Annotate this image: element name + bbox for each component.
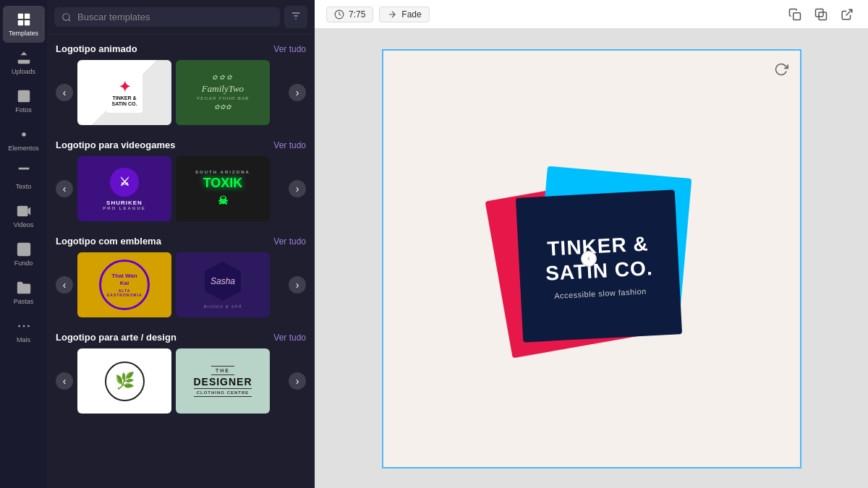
search-input-wrapper[interactable]	[54, 7, 280, 27]
folder-icon	[16, 280, 32, 296]
refresh-button[interactable]	[771, 59, 791, 82]
svg-rect-1	[24, 14, 29, 19]
section-title-emblema: Logotipo com emblema	[56, 236, 161, 247]
duplicate-icon	[814, 8, 827, 21]
template-circle-leaf[interactable]: 🌿	[77, 348, 171, 414]
section-header-emblema: Logotipo com emblema Ver tudo	[56, 236, 306, 247]
canvas-wrapper: TINKER & SATIN CO. Accessible slow fashi…	[315, 29, 868, 488]
main-area: 7:75 Fade	[315, 0, 868, 488]
sidebar-label-fotos: Fotos	[15, 106, 32, 114]
background-icon	[16, 241, 32, 257]
sidebar-label-elementos: Elementos	[8, 145, 39, 152]
sidebar-item-elementos[interactable]: Elementos	[3, 121, 45, 158]
text-icon	[16, 165, 32, 181]
prev-animated[interactable]: ‹	[56, 84, 73, 101]
sidebar-label-videos: Videos	[14, 221, 33, 228]
svg-rect-8	[17, 243, 30, 256]
logo-line1: TINKER &	[546, 232, 649, 260]
template-grid-emblema: ‹ Thai WanKai ALTA GASTRONOMIA Sasha BIJ…	[56, 252, 306, 317]
refresh-icon	[774, 62, 788, 77]
sidebar-label-texto: Texto	[16, 183, 32, 190]
templates-scroll[interactable]: Logotipo animado Ver tudo ‹ ✦ TINKER &SA…	[47, 35, 315, 488]
section-title-arte: Logotipo para arte / design	[56, 332, 176, 343]
toolbar-right	[786, 5, 856, 24]
share-button[interactable]	[838, 5, 856, 24]
svg-point-6	[22, 132, 26, 137]
template-shuriken[interactable]: ⚔ SHURIKEN PRO LEAGUE	[77, 156, 171, 221]
sidebar-label-pastas: Pastas	[14, 298, 34, 305]
prev-emblema[interactable]: ‹	[56, 276, 73, 294]
sidebar-label-uploads: Uploads	[12, 68, 35, 75]
photo-icon	[16, 88, 32, 104]
video-icon	[16, 203, 32, 219]
next-videogames[interactable]: ›	[289, 180, 306, 197]
search-input[interactable]	[77, 12, 273, 22]
sidebar-item-fundo[interactable]: Fundo	[3, 236, 45, 273]
grid-icon	[16, 12, 32, 27]
upload-icon	[16, 50, 32, 66]
filter-button[interactable]	[284, 6, 307, 28]
template-grid-animated: ‹ ✦ TINKER &SATIN CO. ✿✿✿ FamilyTwo VEGA…	[56, 60, 306, 125]
sidebar-item-fotos[interactable]: Fotos	[3, 82, 45, 119]
ver-tudo-videogames[interactable]: Ver tudo	[273, 140, 306, 150]
ver-tudo-arte[interactable]: Ver tudo	[273, 333, 306, 343]
ver-tudo-animated[interactable]: Ver tudo	[273, 44, 306, 54]
search-bar	[47, 0, 315, 35]
template-thai-wan-kai[interactable]: Thai WanKai ALTA GASTRONOMIA	[77, 252, 171, 317]
template-toxik[interactable]: SOUTH ARIZONA TOXIK ☠	[176, 156, 270, 221]
template-sasha[interactable]: Sasha BIJOUX & SPÃ	[176, 252, 270, 317]
sidebar-item-videos[interactable]: Videos	[3, 197, 45, 234]
section-header-arte: Logotipo para arte / design Ver tudo	[56, 332, 306, 343]
elements-icon	[16, 127, 32, 142]
sidebar-item-mais[interactable]: Mais	[3, 312, 45, 349]
template-the-designer[interactable]: THE DESIGNER CLOTHING CENTRE	[176, 348, 270, 414]
duplicate-button[interactable]	[812, 5, 830, 24]
top-nav: 7:75 Fade	[315, 0, 868, 29]
logo-subtitle: Accessible slow fashion	[553, 286, 646, 300]
sidebar-item-uploads[interactable]: Uploads	[3, 44, 45, 81]
share-icon	[841, 8, 854, 21]
ver-tudo-emblema[interactable]: Ver tudo	[273, 236, 306, 247]
template-items-emblema: Thai WanKai ALTA GASTRONOMIA Sasha BIJOU…	[77, 252, 284, 317]
next-animated[interactable]: ›	[289, 84, 306, 101]
prev-arte[interactable]: ‹	[56, 372, 73, 390]
svg-rect-3	[24, 20, 29, 25]
template-grid-arte: ‹ 🌿 THE DESIGNER CLOTHING CENTRE	[56, 348, 306, 414]
sidebar-label-fundo: Fundo	[14, 260, 33, 267]
template-items-arte: 🌿 THE DESIGNER CLOTHING CENTRE	[77, 348, 284, 414]
svg-rect-0	[17, 14, 22, 19]
template-grid-videogames: ‹ ⚔ SHURIKEN PRO LEAGUE SOUTH ARIZONA TO…	[56, 156, 306, 221]
next-arte[interactable]: ›	[289, 372, 306, 390]
template-items-animated: ✦ TINKER &SATIN CO. ✿✿✿ FamilyTwo VEGAN …	[77, 60, 284, 125]
sidebar-item-templates[interactable]: Templates	[3, 6, 45, 43]
svg-point-10	[22, 325, 25, 328]
section-title-videogames: Logotipo para videogames	[56, 140, 175, 150]
templates-panel: Logotipo animado Ver tudo ‹ ✦ TINKER &SA…	[47, 0, 315, 488]
sidebar-label-mais: Mais	[17, 336, 30, 343]
svg-rect-2	[17, 20, 22, 25]
logo-line2: SATIN CO.	[545, 257, 653, 285]
next-emblema[interactable]: ›	[289, 276, 306, 294]
logo-dark-square: TINKER & SATIN CO. Accessible slow fashi…	[515, 189, 681, 342]
toolbar-left: 7:75 Fade	[326, 7, 430, 22]
svg-point-5	[20, 93, 22, 95]
transition-display: Fade	[401, 9, 421, 20]
icon-sidebar: Templates Uploads Fotos Elementos Texto …	[0, 0, 47, 488]
search-icon	[61, 12, 72, 22]
filter-icon	[290, 10, 302, 22]
template-tinker-satin[interactable]: ✦ TINKER &SATIN CO.	[77, 60, 171, 125]
more-icon	[16, 318, 32, 334]
time-display: 7:75	[349, 9, 365, 20]
svg-point-12	[63, 13, 69, 20]
clock-icon	[334, 9, 344, 20]
template-items-videogames: ⚔ SHURIKEN PRO LEAGUE SOUTH ARIZONA TOXI…	[77, 156, 284, 221]
prev-videogames[interactable]: ‹	[56, 180, 73, 197]
copy-style-button[interactable]	[786, 5, 804, 24]
template-family-two[interactable]: ✿✿✿ FamilyTwo VEGAN FOOD BAR ✿✿✿	[176, 60, 270, 125]
sidebar-item-texto[interactable]: Texto	[3, 159, 45, 196]
sidebar-item-pastas[interactable]: Pastas	[3, 274, 45, 311]
panel-collapse-button[interactable]: ‹	[581, 251, 597, 267]
transition-icon	[387, 9, 397, 20]
logo-title: TINKER & SATIN CO.	[543, 231, 653, 286]
copy-style-icon	[788, 8, 801, 21]
